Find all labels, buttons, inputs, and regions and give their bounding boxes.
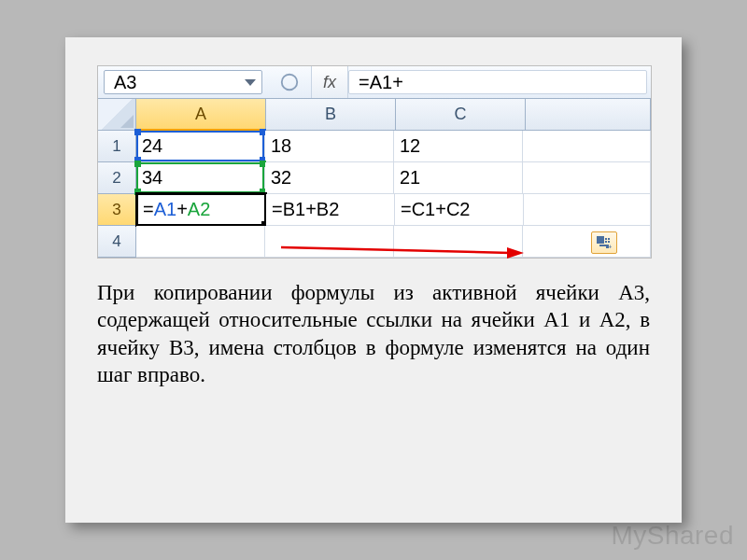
row-header-4[interactable]: 4 bbox=[98, 226, 136, 258]
column-header-row: A B C bbox=[98, 99, 651, 131]
column-header-empty bbox=[526, 99, 651, 131]
row-2: 2 34 32 21 bbox=[98, 162, 651, 194]
cell-D4[interactable] bbox=[523, 226, 651, 258]
row-3: 3 =A1+A2 =B1+B2 =C1+C2 bbox=[98, 194, 651, 226]
column-header-A[interactable]: A bbox=[136, 99, 266, 131]
formula-bar: A3 fx =A1+ bbox=[98, 66, 651, 99]
autofill-options-icon[interactable]: + bbox=[591, 231, 617, 254]
cell-C2[interactable]: 21 bbox=[394, 162, 523, 194]
svg-point-0 bbox=[282, 75, 298, 91]
cell-D2[interactable] bbox=[523, 162, 651, 194]
name-box[interactable]: A3 bbox=[104, 70, 262, 94]
cell-D1[interactable] bbox=[523, 131, 651, 162]
cell-value: 24 bbox=[142, 135, 162, 157]
svg-rect-5 bbox=[608, 238, 610, 240]
row-4: 4 bbox=[98, 226, 651, 258]
cell-C3[interactable]: =C1+C2 bbox=[395, 194, 524, 226]
excel-screenshot: A3 fx =A1+ A B C 1 24 bbox=[97, 65, 652, 259]
cell-A2[interactable]: 34 bbox=[136, 162, 265, 194]
cell-A1[interactable]: 24 bbox=[136, 131, 265, 162]
circle-icon bbox=[268, 66, 311, 98]
row-header-2[interactable]: 2 bbox=[98, 162, 136, 194]
formula-input[interactable]: =A1+ bbox=[348, 70, 647, 94]
chevron-down-icon[interactable] bbox=[245, 79, 256, 86]
fx-button[interactable]: fx bbox=[311, 66, 348, 98]
svg-rect-6 bbox=[605, 241, 607, 243]
cell-B3[interactable]: =B1+B2 bbox=[266, 194, 395, 226]
column-header-C[interactable]: C bbox=[396, 99, 526, 131]
cell-B4[interactable] bbox=[265, 226, 394, 258]
name-box-value: A3 bbox=[114, 72, 136, 93]
cell-value: 34 bbox=[142, 167, 162, 189]
svg-rect-3 bbox=[597, 236, 604, 244]
cell-formula: =A1+A2 bbox=[143, 199, 210, 220]
cell-C1[interactable]: 12 bbox=[394, 131, 523, 162]
row-1: 1 24 18 12 bbox=[98, 131, 651, 162]
cell-A3[interactable]: =A1+A2 bbox=[137, 194, 266, 226]
cell-B2[interactable]: 32 bbox=[265, 162, 394, 194]
cell-B1[interactable]: 18 bbox=[265, 131, 394, 162]
cell-A4[interactable] bbox=[136, 226, 265, 258]
cell-C4[interactable] bbox=[394, 226, 523, 258]
cell-D3[interactable] bbox=[524, 194, 651, 226]
watermark: MyShared bbox=[611, 521, 734, 551]
row-header-1[interactable]: 1 bbox=[98, 131, 136, 162]
column-header-B[interactable]: B bbox=[266, 99, 396, 131]
explanation-text: При копировании формулы из активной ячей… bbox=[97, 279, 650, 389]
spreadsheet-grid: A B C 1 24 18 12 2 34 bbox=[98, 99, 651, 258]
slide: A3 fx =A1+ A B C 1 24 bbox=[65, 37, 682, 523]
svg-text:+: + bbox=[608, 243, 612, 249]
svg-rect-4 bbox=[605, 238, 607, 240]
select-all-corner[interactable] bbox=[98, 99, 136, 131]
row-header-3[interactable]: 3 bbox=[98, 194, 137, 226]
